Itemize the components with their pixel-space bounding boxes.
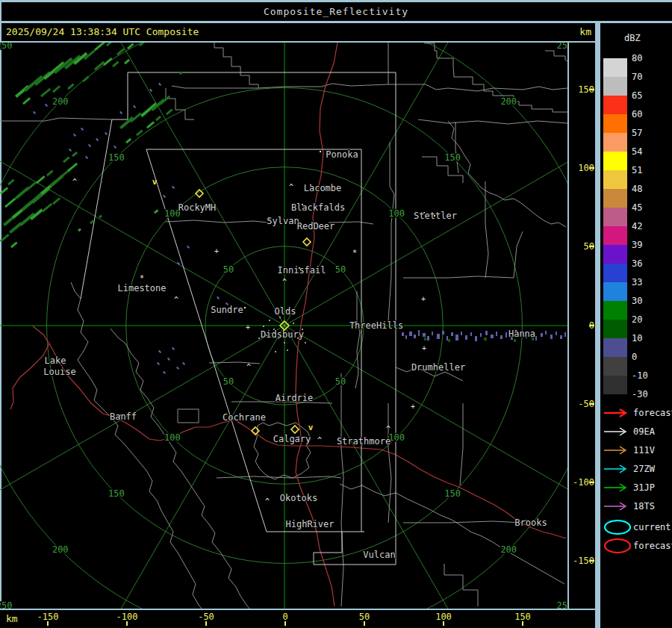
radar-echo-weak [69, 149, 72, 152]
x-axis-tick [522, 621, 523, 626]
x-axis-tick [443, 621, 444, 626]
radar-echo-weak [33, 111, 36, 114]
county-boundary [545, 51, 567, 61]
dbz-color-swatch [603, 245, 627, 264]
radar-echo-weak [427, 336, 429, 341]
dbz-scale-label: 80 [632, 54, 669, 63]
radar-echo [119, 116, 134, 129]
radar-echo [46, 170, 54, 177]
county-boundary [355, 291, 360, 388]
city-label: Airdrie [276, 393, 314, 403]
legend-label: current [633, 522, 671, 532]
radar-echo-weak [447, 336, 448, 341]
y-axis-tick [589, 89, 594, 90]
radar-app-window: { "title": "Composite_Reflectivity", "ti… [0, 0, 672, 628]
x-axis: km -150-100-50050100150 [0, 610, 672, 628]
city-label: Limestone [117, 283, 166, 293]
radar-echo-weak [451, 332, 453, 336]
map-symbol: ^ [386, 425, 391, 433]
dbz-scale-label: 36 [632, 259, 669, 268]
map-symbol: + [421, 295, 426, 303]
dbz-scale-label: 45 [632, 203, 669, 212]
radar-echo-weak [475, 336, 477, 341]
radar-echo [124, 59, 130, 64]
radar-echo [448, 339, 450, 342]
ground-clutter-dot [263, 326, 264, 327]
county-boundary [254, 423, 311, 479]
ring-distance-label: 250 [556, 600, 567, 609]
ring-distance-label: 200 [500, 544, 517, 555]
radar-echo [82, 76, 90, 83]
radar-echo-weak [149, 89, 152, 92]
map-symbol: ^ [72, 178, 77, 186]
dbz-color-swatch [603, 189, 627, 208]
city-label: Vulcan [363, 550, 395, 560]
ring-distance-label: 50 [335, 264, 346, 275]
city-label: Louise [43, 367, 75, 377]
ring-distance-label: 250 [0, 43, 13, 51]
radar-echo-weak [491, 335, 494, 338]
ring-distance-label: 150 [108, 488, 125, 499]
radar-echo-weak [163, 195, 166, 198]
radar-echo-weak [409, 332, 412, 336]
ring-distance-label: 200 [52, 96, 69, 107]
legend-label: forecast [633, 408, 672, 418]
radar-echo-weak [465, 335, 467, 340]
legend-label: forecast [633, 541, 672, 551]
county-boundary [460, 403, 463, 485]
radar-echo [125, 138, 131, 143]
radar-echo [24, 75, 43, 92]
ring-distance-label: 250 [556, 43, 567, 51]
x-axis-tick [47, 621, 49, 626]
map-symbol: ^ [246, 363, 251, 371]
county-boundary [258, 43, 388, 88]
range-spoke [0, 326, 284, 557]
county-boundary [485, 181, 488, 278]
legend-row: forecast [600, 538, 672, 554]
city-label: ThreeHills [349, 320, 403, 331]
dbz-color-swatch [603, 58, 627, 77]
x-axis-tick-label: 0 [263, 612, 308, 622]
county-boundary [514, 231, 523, 278]
map-symbol: ^ [289, 183, 293, 191]
ground-clutter-dot [293, 323, 294, 324]
dbz-scale-label: 60 [632, 110, 669, 119]
ground-clutter-dot [275, 351, 276, 352]
radar-echo-weak [455, 335, 458, 341]
city-label: Hanna [508, 329, 535, 339]
county-boundary [455, 122, 458, 173]
radar-echo-weak [119, 111, 122, 114]
radar-echo-weak [217, 296, 220, 299]
radar-echo-weak [442, 331, 444, 335]
site-marker-diamond [291, 426, 299, 433]
county-boundary [388, 403, 391, 523]
county-boundary [388, 142, 394, 321]
ring-distance-label: 150 [444, 488, 461, 499]
map-symbol: ^ [282, 278, 287, 286]
dbz-scale-label: 20 [632, 315, 669, 324]
legend-row: 27ZW [600, 463, 672, 475]
radar-echo [43, 61, 65, 80]
x-axis-tick-label: -100 [105, 612, 149, 622]
radar-echo-weak [564, 332, 566, 337]
dbz-scale-label: 65 [632, 91, 669, 100]
radar-map-canvas[interactable]: 5050505010010010010015015015015020020020… [0, 43, 567, 609]
radar-echo-weak [545, 331, 547, 335]
radar-echo [514, 339, 516, 342]
radar-echo-weak [485, 331, 488, 335]
radar-map[interactable]: 5050505010010010010015015015015020020020… [0, 43, 567, 609]
x-axis-tick-label: 150 [500, 612, 545, 622]
city-label: Banff [110, 411, 137, 422]
radar-site-center-dot [284, 325, 285, 326]
x-axis-tick-label: -50 [184, 612, 228, 622]
dbz-color-swatch [603, 264, 627, 282]
legend-row: current [600, 519, 672, 535]
radar-echo-weak [88, 144, 91, 147]
dbz-color-swatch [603, 152, 627, 170]
dbz-scale-label: 39 [632, 240, 669, 249]
city-label: Sylvan [267, 216, 299, 226]
dbz-scale-label: 33 [632, 278, 669, 287]
ground-clutter-dot [305, 342, 306, 343]
legend-label: 111V [633, 445, 655, 456]
dbz-scale-label: 51 [632, 166, 669, 175]
